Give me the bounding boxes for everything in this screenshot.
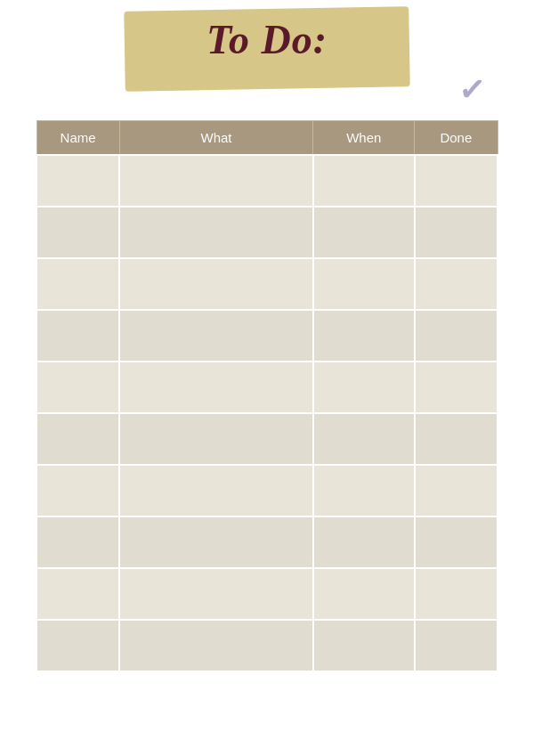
col-header-when: When xyxy=(313,121,415,156)
cell-when-row3[interactable] xyxy=(313,310,415,362)
table-row[interactable] xyxy=(36,207,498,258)
col-header-name: Name xyxy=(36,121,119,156)
cell-what-row2[interactable] xyxy=(119,258,313,310)
cell-what-row1[interactable] xyxy=(119,207,313,258)
cell-what-row6[interactable] xyxy=(119,465,313,516)
cell-what-row8[interactable] xyxy=(119,568,313,620)
checkmark-decoration: ✓ xyxy=(457,70,487,110)
cell-when-row1[interactable] xyxy=(313,207,415,258)
cell-name-row9[interactable] xyxy=(36,620,119,671)
table-wrapper: Name What When Done xyxy=(36,120,498,672)
cell-done-row4[interactable] xyxy=(415,362,498,413)
table-row[interactable] xyxy=(36,258,498,310)
title-area: To Do: ✓ xyxy=(0,0,534,116)
cell-when-row7[interactable] xyxy=(313,516,415,568)
cell-when-row8[interactable] xyxy=(313,568,415,620)
cell-done-row5[interactable] xyxy=(415,413,498,465)
cell-name-row5[interactable] xyxy=(36,413,119,465)
cell-done-row0[interactable] xyxy=(415,155,498,207)
table-row[interactable] xyxy=(36,620,498,671)
col-header-what: What xyxy=(119,121,313,156)
cell-done-row8[interactable] xyxy=(415,568,498,620)
cell-done-row1[interactable] xyxy=(415,207,498,258)
page-container: To Do: ✓ Name What When Done xyxy=(0,0,534,756)
cell-done-row9[interactable] xyxy=(415,620,498,671)
cell-what-row7[interactable] xyxy=(119,516,313,568)
cell-what-row9[interactable] xyxy=(119,620,313,671)
cell-name-row6[interactable] xyxy=(36,465,119,516)
cell-done-row3[interactable] xyxy=(415,310,498,362)
cell-name-row1[interactable] xyxy=(36,207,119,258)
table-row[interactable] xyxy=(36,465,498,516)
cell-done-row2[interactable] xyxy=(415,258,498,310)
cell-when-row4[interactable] xyxy=(313,362,415,413)
cell-when-row5[interactable] xyxy=(313,413,415,465)
cell-done-row6[interactable] xyxy=(415,465,498,516)
cell-name-row0[interactable] xyxy=(36,155,119,207)
cell-when-row9[interactable] xyxy=(313,620,415,671)
cell-name-row8[interactable] xyxy=(36,568,119,620)
page-title: To Do: xyxy=(206,16,328,63)
cell-what-row3[interactable] xyxy=(119,310,313,362)
table-header-row: Name What When Done xyxy=(36,121,498,156)
table-row[interactable] xyxy=(36,413,498,465)
cell-name-row2[interactable] xyxy=(36,258,119,310)
cell-done-row7[interactable] xyxy=(415,516,498,568)
table-row[interactable] xyxy=(36,155,498,207)
cell-what-row4[interactable] xyxy=(119,362,313,413)
todo-table: Name What When Done xyxy=(36,120,498,672)
cell-name-row4[interactable] xyxy=(36,362,119,413)
table-row[interactable] xyxy=(36,362,498,413)
col-header-done: Done xyxy=(415,121,498,156)
cell-when-row0[interactable] xyxy=(313,155,415,207)
table-row[interactable] xyxy=(36,568,498,620)
cell-when-row6[interactable] xyxy=(313,465,415,516)
cell-what-row5[interactable] xyxy=(119,413,313,465)
cell-what-row0[interactable] xyxy=(119,155,313,207)
table-row[interactable] xyxy=(36,310,498,362)
cell-name-row3[interactable] xyxy=(36,310,119,362)
cell-when-row2[interactable] xyxy=(313,258,415,310)
cell-name-row7[interactable] xyxy=(36,516,119,568)
table-row[interactable] xyxy=(36,516,498,568)
